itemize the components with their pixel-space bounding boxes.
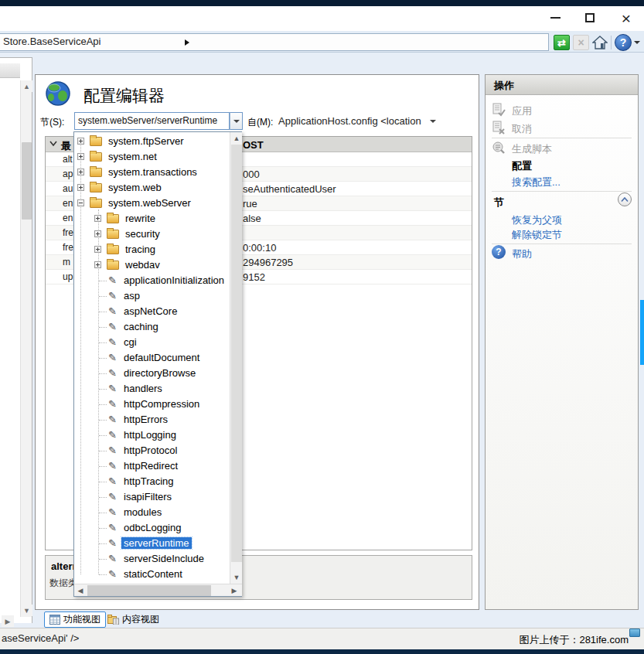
tree-item-label: modules <box>124 506 162 518</box>
help-circle-icon: ? <box>492 245 506 259</box>
folder-icon <box>107 230 119 239</box>
tree-item-system.web[interactable]: system.web <box>74 180 229 196</box>
scroll-down-icon[interactable]: ▼ <box>230 571 243 584</box>
tree-guide-stub <box>99 559 107 560</box>
connections-horizontal-scroll-right-icon[interactable]: ▶ <box>2 615 14 627</box>
tree-item-tracing[interactable]: tracing <box>74 242 229 257</box>
scroll-up-icon[interactable]: ▲ <box>21 80 32 92</box>
tree-guide-stub <box>99 482 107 482</box>
tree-item-system.webServer[interactable]: system.webServer <box>74 196 229 211</box>
scroll-right-icon[interactable]: ▶ <box>228 584 240 597</box>
tree-item-staticContent[interactable]: ✎staticContent <box>74 567 229 582</box>
tree-item-label: staticContent <box>124 568 182 580</box>
section-pencil-icon: ✎ <box>108 460 117 472</box>
chevron-up-icon <box>621 197 629 203</box>
tree-item-system.transactions[interactable]: system.transactions <box>74 165 229 180</box>
refresh-button[interactable]: ⇄ <box>554 35 570 50</box>
tab-content-view[interactable]: 内容视图 <box>103 611 164 628</box>
tree-item-httpLogging[interactable]: ✎httpLogging <box>74 427 229 443</box>
tree-item-odbcLogging[interactable]: ✎odbcLogging <box>74 520 229 536</box>
scrollbar-thumb[interactable] <box>231 145 242 562</box>
help-link[interactable]: 帮助 <box>512 247 532 261</box>
tree-guide-stub <box>99 404 107 405</box>
tree-item-caching[interactable]: ✎caching <box>74 319 229 335</box>
dropdown-vertical-scrollbar[interactable]: ▲ ▼ <box>230 132 242 584</box>
tree-item-cgi[interactable]: ✎cgi <box>74 335 229 350</box>
tree-item-webdav[interactable]: webdav <box>74 257 229 273</box>
tree-item-httpErrors[interactable]: ✎httpErrors <box>74 412 229 427</box>
help-button[interactable]: ? <box>615 34 632 51</box>
expand-plus-icon[interactable] <box>94 261 101 268</box>
breadcrumb-chevron-icon[interactable] <box>185 39 189 46</box>
apply-button[interactable]: 应用 <box>512 104 532 118</box>
folder-icon <box>107 261 119 270</box>
from-chevron-down-icon[interactable] <box>430 120 436 123</box>
tree-item-handlers[interactable]: ✎handlers <box>74 381 229 397</box>
tree-item-modules[interactable]: ✎modules <box>74 505 229 520</box>
grid-header-right-text: OST <box>243 139 264 151</box>
tree-item-httpProtocol[interactable]: ✎httpProtocol <box>74 443 229 458</box>
refresh-icon: ⇄ <box>557 37 566 49</box>
close-button[interactable]: × <box>611 6 642 29</box>
tree-item-system.net[interactable]: system.net <box>74 149 229 165</box>
scroll-down-icon[interactable]: ▼ <box>21 605 32 616</box>
property-name: m <box>63 257 70 267</box>
property-name: au <box>63 183 73 194</box>
home-button[interactable] <box>591 35 608 50</box>
search-config-link[interactable]: 搜索配置... <box>512 175 561 189</box>
actions-header: 操作 <box>486 75 638 95</box>
expand-plus-icon[interactable] <box>94 215 101 222</box>
section-combobox-dropdown-button[interactable] <box>230 112 243 130</box>
tree-item-label: rewrite <box>125 213 155 224</box>
tab-label: 功能视图 <box>63 613 101 626</box>
folder-icon <box>90 199 102 208</box>
tree-item-httpTracing[interactable]: ✎httpTracing <box>74 474 229 489</box>
tree-item-serverSideInclude[interactable]: ✎serverSideInclude <box>74 551 229 567</box>
generate-script-button[interactable]: 生成脚本 <box>512 142 552 156</box>
tree-item-security[interactable]: security <box>74 227 229 242</box>
tree-item-directoryBrowse[interactable]: ✎directoryBrowse <box>74 366 229 381</box>
maximize-button[interactable] <box>574 6 605 29</box>
section-pencil-icon: ✎ <box>108 290 117 301</box>
tab-features-view[interactable]: 功能视图 <box>44 611 106 628</box>
section-pencil-icon: ✎ <box>108 367 117 379</box>
tree-item-isapiFilters[interactable]: ✎isapiFilters <box>74 489 229 505</box>
tree-item-system.ftpServer[interactable]: system.ftpServer <box>74 134 229 149</box>
tree-item-rewrite[interactable]: rewrite <box>74 211 229 227</box>
tree-item-aspNetCore[interactable]: ✎aspNetCore <box>74 304 229 319</box>
tree-item-asp[interactable]: ✎asp <box>74 288 229 304</box>
scroll-left-icon[interactable]: ◀ <box>74 584 87 597</box>
tree-item-applicationInitialization[interactable]: ✎applicationInitialization <box>74 273 229 288</box>
scrollbar-thumb[interactable] <box>87 585 211 596</box>
collapse-section-button[interactable] <box>618 192 632 206</box>
close-icon: × <box>622 10 631 26</box>
stop-button[interactable]: × <box>573 35 589 50</box>
dropdown-horizontal-scrollbar[interactable]: ◀ ▶ <box>74 584 242 596</box>
from-combobox-value[interactable]: ApplicationHost.config <location <box>278 115 421 127</box>
tree-item-serverRuntime[interactable]: ✎serverRuntime <box>74 536 229 551</box>
tree-item-label: directoryBrowse <box>124 367 196 379</box>
collapse-chevron-icon[interactable] <box>49 141 57 147</box>
section-pencil-icon: ✎ <box>108 352 117 363</box>
revert-to-parent-link[interactable]: 恢复为父项 <box>512 213 562 227</box>
minimize-button[interactable] <box>540 6 571 29</box>
cancel-button[interactable]: 取消 <box>512 122 532 136</box>
expand-plus-icon[interactable] <box>77 184 84 191</box>
expand-plus-icon[interactable] <box>77 169 84 175</box>
section-dropdown: system.ftpServersystem.netsystem.transac… <box>73 131 242 597</box>
separator <box>492 244 632 244</box>
expand-plus-icon[interactable] <box>94 230 101 237</box>
tree-guide-stub <box>99 513 107 513</box>
scrollbar-thumb[interactable] <box>22 142 32 220</box>
expand-plus-icon[interactable] <box>77 138 84 145</box>
connections-vertical-scrollbar[interactable]: ▲ ▼ <box>20 80 32 617</box>
tree-item-defaultDocument[interactable]: ✎defaultDocument <box>74 350 229 366</box>
expand-plus-icon[interactable] <box>77 153 84 160</box>
unlock-section-link[interactable]: 解除锁定节 <box>512 228 562 242</box>
tree-item-httpCompression[interactable]: ✎httpCompression <box>74 397 229 412</box>
expand-plus-icon[interactable] <box>94 246 101 253</box>
tree-item-httpRedirect[interactable]: ✎httpRedirect <box>74 458 229 474</box>
scroll-up-icon[interactable]: ▲ <box>230 132 243 145</box>
collapse-minus-icon[interactable] <box>77 199 84 206</box>
help-dropdown-caret-icon[interactable] <box>634 41 640 44</box>
